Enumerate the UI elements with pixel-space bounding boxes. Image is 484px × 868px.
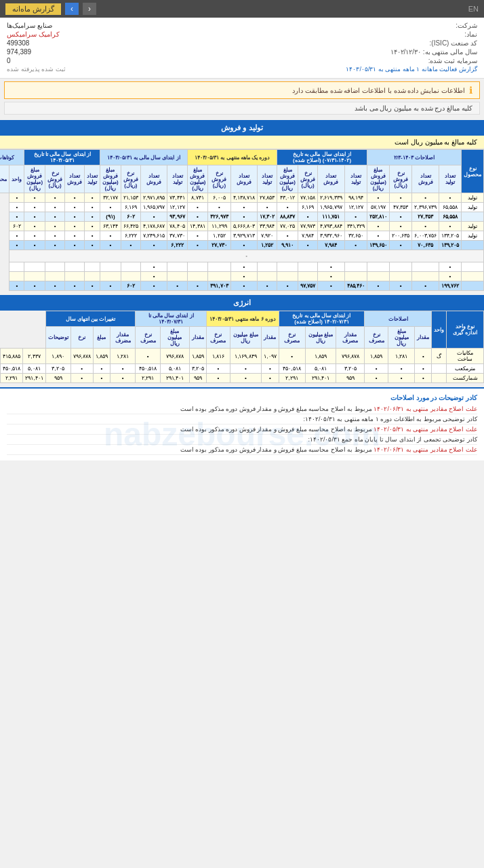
- next-button[interactable]: ›: [65, 3, 79, 15]
- cell: •: [318, 272, 344, 281]
- cell: ۱,۸۵۹: [93, 349, 110, 364]
- cell: ۷۷,۰۲۵: [277, 222, 298, 231]
- cell: [412, 262, 439, 272]
- report-label: گزارش فعالیت ماهانه ۱ ماهه منتهی به ۱۴۰۳…: [346, 66, 477, 73]
- cell: [65, 262, 85, 272]
- cell: ۳۴۱,۳۲۹: [344, 222, 367, 231]
- cell: •: [344, 241, 367, 250]
- cell: ۱۲,۱۲۷: [344, 203, 367, 212]
- th-amount-2: مبلغ فروش (میلیون ریال): [277, 165, 298, 193]
- report-button[interactable]: گزارش ماه‌انه: [5, 3, 61, 15]
- cell: ۲,۶۱۹,۳۳۹: [318, 193, 344, 203]
- th-e-rate2: نرخ مصرف: [279, 327, 305, 349]
- th-unit: واحد: [9, 165, 24, 193]
- cell: •: [439, 262, 461, 272]
- cell: •: [230, 281, 257, 291]
- cell: •: [140, 212, 167, 222]
- th-year-start: از ابتدای سال مالی به تاریخ (۱۴۰۲-۰۷/۳۱)…: [277, 150, 367, 165]
- cell: ۶,۰۰۳,۷۵۶: [412, 231, 439, 241]
- energy-row: شمارکست • • • ۹۵۹ ۲۹۱,۴۰۱ ۲,۲۹۱ • • • ۹۵…: [1, 374, 484, 383]
- footer-title: کادر توضیحات در مورد اصلاحات: [7, 394, 477, 401]
- th-prod-count-2: تعداد تولید: [344, 165, 367, 193]
- cell-type: تولید: [462, 222, 484, 231]
- production-table: نوع محصول اصلاحات ۱۴۰۳-۲/۳ از ابتدای سال…: [0, 149, 484, 291]
- cell: •: [45, 231, 65, 241]
- cell: ۹۷,۷۵۷: [298, 281, 317, 291]
- footer-item-label: علت اصلاح مقادیر منتهی به ۱۴۰۲/۰۶/۳۱: [374, 406, 477, 412]
- cell: •: [277, 203, 298, 212]
- cell: •: [167, 281, 187, 291]
- cell: ۱,۸۹۰: [45, 349, 70, 364]
- cell: ۴۳,۰۱۲: [277, 193, 298, 203]
- cell: •: [85, 281, 100, 291]
- cell: [277, 262, 298, 272]
- company-info: شرکت: صنایع سرامیک‌ها نماد: کرامیک سرامی…: [0, 18, 484, 79]
- cell: [167, 262, 187, 272]
- cell: ۱۳۴,۲۰۵: [439, 231, 461, 241]
- cell: [367, 262, 389, 272]
- cell: •: [70, 364, 93, 374]
- cell: [24, 262, 45, 272]
- status-value: ثبت شده پذیرفته شده: [7, 66, 66, 73]
- cell: [85, 272, 100, 281]
- energy-table: نوع واحد اندازه گیری واحد اصلاحات از ابت…: [0, 311, 484, 383]
- cell: ۱۷,۳۰۲: [258, 212, 277, 222]
- cell: ۹۸,۱۹۴: [344, 193, 367, 203]
- cell: •: [93, 374, 110, 383]
- energy-table-container: نوع واحد اندازه گیری واحد اصلاحات از ابت…: [0, 311, 484, 383]
- cell-type: [462, 241, 484, 250]
- th-rate-3: نرخ فروش (ریال): [208, 165, 230, 193]
- cell-type: تولید: [462, 193, 484, 203]
- cell: •: [65, 222, 85, 231]
- cell: ۱,۲۵۲: [208, 231, 230, 241]
- cell: [390, 262, 412, 272]
- cell: [121, 272, 140, 281]
- cell: ۳,۹۳۲,۹۶۰: [318, 231, 344, 241]
- cell: •: [412, 222, 439, 231]
- cell: •: [390, 241, 412, 250]
- cell: •: [367, 231, 389, 241]
- cell: [208, 262, 230, 272]
- cell: •: [258, 281, 277, 291]
- cell: ۱,۰۹۷: [262, 349, 279, 364]
- cell: •: [367, 222, 389, 231]
- cell: •: [100, 231, 121, 241]
- footer-item-text-2: کادر توضیحی مربوط به اطلاعات دوره ۱ ماهه…: [303, 416, 477, 422]
- cell: ۱,۸۱۶: [206, 349, 230, 364]
- cell: ۳۲,۶۵۰: [344, 231, 367, 241]
- name-label: نماد:: [464, 31, 477, 38]
- cell: ۱,۲۸۱: [388, 349, 415, 364]
- cell: ۴,۱۳۸,۷۱۸: [230, 193, 257, 203]
- cell: ۳۹۱,۷۰۳: [208, 281, 230, 291]
- cell: ۶۵,۵۵۸: [439, 203, 461, 212]
- th-e-amount: مبلغ میلیون ریال: [388, 327, 415, 349]
- prev-button[interactable]: ‹: [83, 3, 96, 15]
- code-value: 499308: [7, 39, 29, 47]
- cell: •: [415, 364, 432, 374]
- cell: •: [298, 212, 317, 222]
- cell: •: [258, 203, 277, 212]
- cell: •: [65, 193, 85, 203]
- cell: ۱,۱۶۹,۸۴۹: [230, 349, 262, 364]
- cell: ۳۳,۹۸۴: [258, 222, 277, 231]
- th-sales-count-1: تعداد فروش: [412, 165, 439, 193]
- cell: •: [439, 222, 461, 231]
- cell-energy-name: شمارکست: [447, 374, 484, 383]
- cell: ۷۷,۱۵۸: [298, 193, 317, 203]
- cell: •: [9, 193, 24, 203]
- cell: •: [318, 281, 344, 291]
- footer-item-text-5: مربوط به اصلاح محاسبه مبلغ فروش و مقدار …: [180, 446, 372, 453]
- cell: ۹۵۹: [336, 374, 365, 383]
- cell: •: [65, 231, 85, 241]
- cell-energy-name: مترمکعب: [447, 364, 484, 374]
- cell: [121, 262, 140, 272]
- cell-type: تولید: [462, 231, 484, 241]
- cell: ۴۵۰,۵۱۸: [1, 364, 23, 374]
- cell: ۲۹۱,۴۰۱: [305, 374, 336, 383]
- th-cumulative-e: از ابتدای سال مالی تا ۱۴۰۳/۰۷/۳۱: [136, 311, 207, 327]
- footer-item-label-3: علت اصلاح مقادیر منتهی به ۱۴۰۲/۰۵/۳۱: [374, 426, 477, 433]
- cell: ۱۱۱,۷۵۱: [318, 212, 344, 222]
- cell: ۲,۹۷۱,۸۹۵: [140, 193, 167, 203]
- footer-item-3: علت اصلاح مقادیر منتهی به ۱۴۰۲/۰۵/۳۱ مرب…: [7, 425, 477, 435]
- th-amount-1: مبلغ فروش (میلیون ریال): [367, 165, 389, 193]
